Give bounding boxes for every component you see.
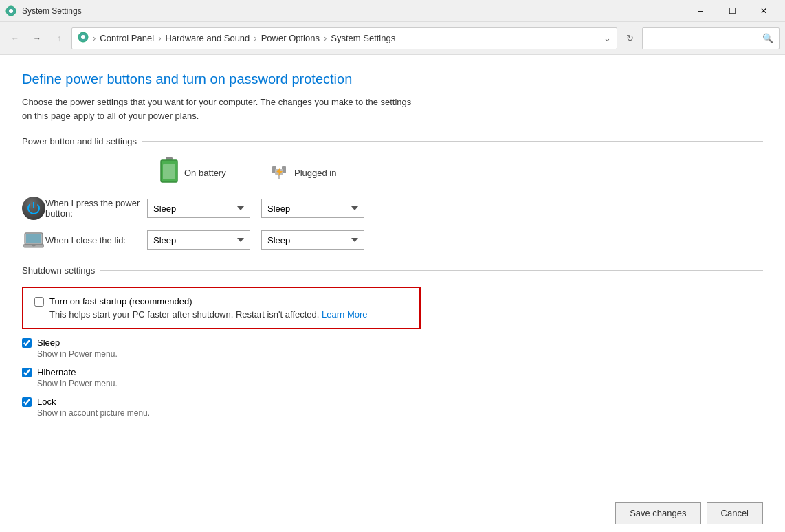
lock-label[interactable]: Lock bbox=[37, 397, 56, 407]
lid-close-label: When I close the lid: bbox=[45, 235, 147, 245]
svg-point-1 bbox=[9, 9, 13, 13]
breadcrumb-4[interactable]: System Settings bbox=[331, 33, 395, 43]
plugged-icon bbox=[269, 162, 289, 184]
sleep-label[interactable]: Sleep bbox=[37, 337, 60, 348]
fast-startup-box: Turn on fast startup (recommended) This … bbox=[22, 287, 421, 329]
power-button-icon bbox=[22, 197, 45, 220]
breadcrumb-3[interactable]: Power Options bbox=[261, 33, 320, 43]
lock-row: Lock Show in account picture menu. bbox=[22, 397, 763, 418]
sep2: › bbox=[158, 33, 161, 43]
svg-point-3 bbox=[81, 35, 85, 39]
maximize-button[interactable]: ☐ bbox=[716, 0, 748, 22]
up-button[interactable]: ↑ bbox=[49, 29, 69, 48]
lock-checkbox-row: Lock bbox=[22, 397, 763, 407]
minimize-button[interactable]: – bbox=[685, 0, 716, 22]
breadcrumb-2[interactable]: Hardware and Sound bbox=[165, 33, 250, 43]
forward-button[interactable]: → bbox=[27, 29, 47, 48]
main-content: Define power buttons and turn on passwor… bbox=[0, 55, 785, 532]
fast-startup-checkbox[interactable] bbox=[34, 297, 44, 307]
svg-rect-6 bbox=[163, 164, 175, 179]
search-icon: 🔍 bbox=[762, 33, 773, 43]
power-plugged-dropdown[interactable]: Sleep Do nothing Hibernate Shut down Tur… bbox=[261, 199, 364, 218]
lid-close-row: When I close the lid: Sleep Do nothing H… bbox=[22, 228, 763, 252]
sleep-sub: Show in Power menu. bbox=[37, 349, 763, 359]
lock-checkbox[interactable] bbox=[22, 397, 32, 407]
hibernate-checkbox-row: Hibernate bbox=[22, 367, 763, 377]
refresh-button[interactable]: ↻ bbox=[620, 29, 639, 48]
search-box[interactable]: 🔍 bbox=[642, 27, 780, 49]
plugged-header: Plugged in bbox=[269, 157, 379, 188]
svg-point-15 bbox=[32, 245, 36, 246]
power-header: On battery Plugged in bbox=[159, 157, 763, 188]
fast-startup-row: Turn on fast startup (recommended) bbox=[34, 296, 408, 307]
power-button-row: When I press the power button: Sleep Do … bbox=[22, 197, 763, 220]
svg-rect-13 bbox=[26, 234, 41, 243]
power-battery-dropdown[interactable]: Sleep Do nothing Hibernate Shut down Tur… bbox=[147, 199, 250, 218]
plugged-label: Plugged in bbox=[294, 168, 336, 178]
bottom-bar: Save changes Cancel bbox=[0, 494, 785, 532]
battery-icon bbox=[159, 157, 179, 188]
window-controls: – ☐ ✕ bbox=[685, 0, 780, 22]
back-button[interactable]: ← bbox=[5, 29, 25, 48]
fast-startup-description: This helps start your PC faster after sh… bbox=[49, 309, 408, 320]
app-icon bbox=[5, 5, 16, 16]
titlebar: System Settings – ☐ ✕ bbox=[0, 0, 785, 22]
address-box[interactable]: › Control Panel › Hardware and Sound › P… bbox=[71, 27, 617, 49]
battery-header: On battery bbox=[159, 157, 269, 188]
svg-rect-10 bbox=[278, 175, 280, 179]
address-icon bbox=[78, 32, 89, 45]
breadcrumb-1[interactable]: Control Panel bbox=[100, 33, 154, 43]
hibernate-checkbox[interactable] bbox=[22, 368, 32, 377]
power-button-label: When I press the power button: bbox=[45, 198, 147, 219]
save-changes-button[interactable]: Save changes bbox=[615, 502, 700, 524]
sleep-checkbox-row: Sleep bbox=[22, 337, 763, 348]
svg-marker-11 bbox=[276, 168, 283, 176]
sleep-row: Sleep Show in Power menu. bbox=[22, 337, 763, 359]
lid-icon bbox=[22, 228, 45, 252]
dropdown-icon: ⌄ bbox=[604, 33, 611, 43]
shutdown-section: Shutdown settings Turn on fast startup (… bbox=[22, 265, 763, 418]
cancel-button[interactable]: Cancel bbox=[707, 502, 763, 524]
sep1: › bbox=[93, 33, 96, 43]
hibernate-sub: Show in Power menu. bbox=[37, 379, 763, 388]
sleep-checkbox[interactable] bbox=[22, 338, 32, 348]
lid-battery-dropdown[interactable]: Sleep Do nothing Hibernate Shut down bbox=[147, 230, 250, 250]
power-section-label: Power button and lid settings bbox=[22, 136, 763, 146]
close-button[interactable]: ✕ bbox=[748, 0, 780, 22]
addressbar: ← → ↑ › Control Panel › Hardware and Sou… bbox=[0, 22, 785, 55]
hibernate-row: Hibernate Show in Power menu. bbox=[22, 367, 763, 388]
lock-sub: Show in account picture menu. bbox=[37, 408, 763, 418]
hibernate-label[interactable]: Hibernate bbox=[37, 367, 76, 377]
shutdown-section-label: Shutdown settings bbox=[22, 265, 763, 276]
search-input[interactable] bbox=[648, 33, 762, 43]
page-title: Define power buttons and turn on passwor… bbox=[22, 71, 763, 87]
fast-startup-label[interactable]: Turn on fast startup (recommended) bbox=[49, 296, 192, 307]
learn-more-link[interactable]: Learn More bbox=[322, 309, 367, 320]
sep3: › bbox=[254, 33, 256, 43]
lid-plugged-dropdown[interactable]: Sleep Do nothing Hibernate Shut down bbox=[261, 230, 364, 250]
page-description: Choose the power settings that you want … bbox=[22, 96, 421, 122]
sep4: › bbox=[324, 33, 327, 43]
window-title: System Settings bbox=[22, 6, 685, 16]
battery-label: On battery bbox=[184, 168, 226, 178]
